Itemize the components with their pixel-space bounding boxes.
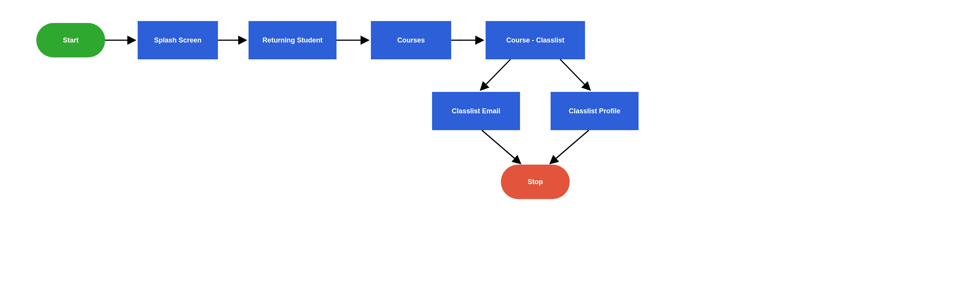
node-splash-screen-label: Splash Screen [154, 36, 202, 44]
edge-classlist-profile [560, 59, 590, 90]
node-classlist-profile-label: Classlist Profile [569, 107, 620, 115]
node-classlist-email-label: Classlist Email [452, 107, 500, 115]
edge-profile-stop [551, 130, 589, 163]
node-courses-label: Courses [397, 36, 425, 44]
node-classlist-email: Classlist Email [432, 92, 520, 130]
edge-email-stop [482, 130, 520, 163]
node-course-classlist-label: Course - Classlist [506, 36, 564, 44]
node-stop: Stop [501, 165, 570, 199]
node-returning-student: Returning Student [249, 21, 336, 59]
node-splash-screen: Splash Screen [138, 21, 218, 59]
node-start-label: Start [63, 36, 78, 44]
node-classlist-profile: Classlist Profile [551, 92, 639, 130]
flowchart: Start Splash Screen Returning Student Co… [0, 0, 980, 294]
node-courses: Courses [371, 21, 451, 59]
edge-classlist-email [481, 59, 510, 90]
node-course-classlist: Course - Classlist [486, 21, 585, 59]
node-start: Start [36, 23, 105, 57]
node-stop-label: Stop [528, 178, 543, 186]
node-returning-student-label: Returning Student [263, 36, 323, 44]
